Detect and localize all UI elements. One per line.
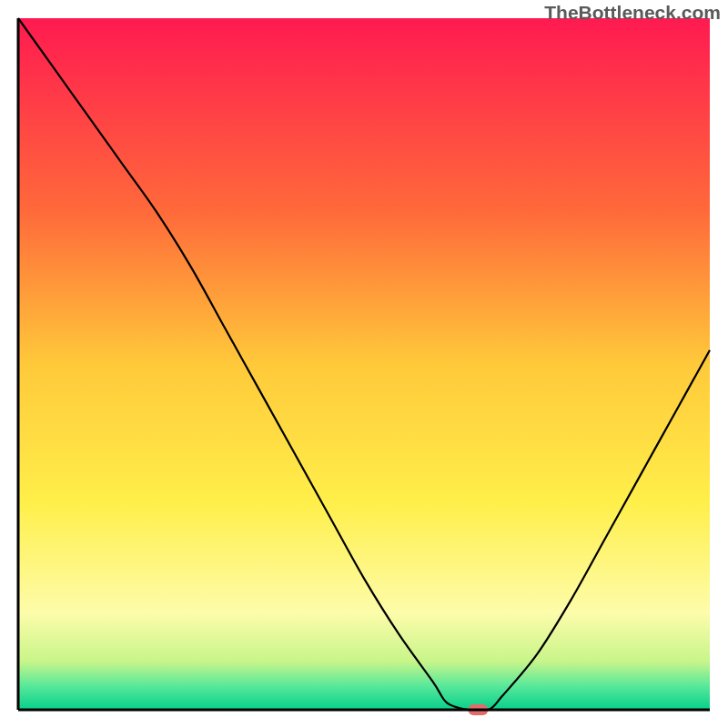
chart-svg: [0, 0, 728, 728]
watermark-text: TheBottleneck.com: [544, 2, 721, 24]
plot-background: [18, 18, 710, 710]
bottleneck-chart: TheBottleneck.com: [0, 0, 728, 728]
